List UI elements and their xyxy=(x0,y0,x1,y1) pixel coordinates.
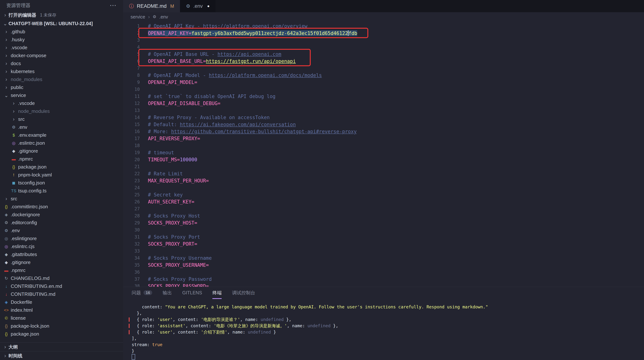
tab-readme[interactable]: ⓘ README.md M xyxy=(123,0,180,12)
tree-folder-.vscode[interactable]: ›.vscode xyxy=(0,99,123,107)
tree-folder-.github[interactable]: ›.github xyxy=(0,28,123,36)
line-number: 32 xyxy=(123,241,140,247)
line-text: API_REVERSE_PROXY= xyxy=(148,136,200,141)
html-icon: <> xyxy=(2,308,10,313)
tree-folder-docker-compose[interactable]: ›docker-compose xyxy=(0,52,123,59)
explorer-sidebar: 资源管理器 ⋯ › 打开的编辑器 1 未保存 ⌄ CHATGPT-WEB [WS… xyxy=(0,0,123,360)
panel-tab-gitlens[interactable]: GITLENS xyxy=(182,287,202,299)
line-text: SOCKS_PROXY_PASSWORD= xyxy=(148,283,209,287)
tree-item-label: CHANGELOG.md xyxy=(11,276,50,281)
tree-file-.env[interactable]: ⚙.env xyxy=(0,227,123,235)
code-token: # Socks Proxy Port xyxy=(148,234,200,240)
tree-file-license[interactable]: ©license xyxy=(0,314,123,322)
docker-whale-icon: ◈ xyxy=(2,212,10,217)
tree-folder-node_modules[interactable]: ›node_modules xyxy=(0,75,123,83)
tree-file-index.html[interactable]: <>index.html xyxy=(0,306,123,314)
code-line: 22# Rate Limit xyxy=(123,170,644,177)
tree-folder-node_modules[interactable]: ›node_modules xyxy=(0,107,123,115)
tree-file-tsconfig.json[interactable]: ◼tsconfig.json xyxy=(0,179,123,187)
tree-file-.env.example[interactable]: $.env.example xyxy=(0,131,123,139)
panel-tab-debug-console[interactable]: 调试控制台 xyxy=(232,287,255,299)
tree-folder-public[interactable]: ›public xyxy=(0,83,123,91)
open-editors-section[interactable]: › 打开的编辑器 1 未保存 xyxy=(0,11,123,19)
breadcrumb-file[interactable]: .env xyxy=(159,14,168,19)
code-token: # OpenAI API Model - xyxy=(148,72,209,78)
tree-item-label: Dockerfile xyxy=(11,299,32,305)
tree-folder-src[interactable]: ›src xyxy=(0,195,123,203)
line-number: 21 xyxy=(123,164,140,169)
tab-env[interactable]: ⚙ .env ● xyxy=(180,0,216,12)
tree-item-label: .eslintrc.cjs xyxy=(11,244,35,249)
code-line: 38SOCKS_PROXY_PASSWORD= xyxy=(123,283,644,287)
tree-file-CHANGELOG.md[interactable]: ↻CHANGELOG.md xyxy=(0,274,123,282)
terminal-token: 'user' xyxy=(157,330,172,335)
outline-section[interactable]: › 大纲 xyxy=(0,342,123,351)
breadcrumb-folder[interactable]: service xyxy=(130,14,145,19)
tree-folder-src[interactable]: ›src xyxy=(0,115,123,123)
outline-label: 大纲 xyxy=(8,344,18,350)
vscode-window: 资源管理器 ⋯ › 打开的编辑器 1 未保存 ⌄ CHATGPT-WEB [WS… xyxy=(0,0,644,360)
tree-file-.env[interactable]: ⚙.env xyxy=(0,123,123,131)
code-token: https://api.openai.com xyxy=(218,51,281,57)
tree-file-.gitattributes[interactable]: ◆.gitattributes xyxy=(0,251,123,258)
tree-folder-service[interactable]: ⌄service xyxy=(0,91,123,99)
code-token: # OpenAI API Key - xyxy=(148,23,203,29)
terminal-output[interactable]: content: "You are ChatGPT, a large langu… xyxy=(123,299,644,360)
tree-folder-.vscode[interactable]: ›.vscode xyxy=(0,44,123,52)
gear-icon: ⚙ xyxy=(2,228,10,233)
tree-file-.gitignore[interactable]: ◆.gitignore xyxy=(0,258,123,266)
code-token: fdb xyxy=(348,30,357,36)
panel-tab-terminal[interactable]: 终端 xyxy=(212,287,222,299)
terminal-line xyxy=(132,354,644,360)
tree-file-.eslintrc.json[interactable]: ◎.eslintrc.json xyxy=(0,139,123,147)
code-editor[interactable]: 1# OpenAI API Key - https://platform.ope… xyxy=(123,21,644,287)
timeline-section[interactable]: › 时间线 xyxy=(0,351,123,360)
line-text: # OpenAI API Model - https://platform.op… xyxy=(148,72,322,78)
tree-file-.eslintignore[interactable]: ◎.eslintignore xyxy=(0,235,123,243)
tree-file-.eslintrc.cjs[interactable]: ◎.eslintrc.cjs xyxy=(0,243,123,251)
tree-file-package-lock.json[interactable]: {}package-lock.json xyxy=(0,322,123,330)
code-token: # Secret key xyxy=(148,192,183,198)
tree-file-Dockerfile[interactable]: ◈Dockerfile xyxy=(0,298,123,306)
terminal-token: undefined xyxy=(248,330,271,335)
terminal-token: }, xyxy=(132,311,142,316)
tree-item-label: .eslintignore xyxy=(11,236,37,241)
code-line: 35SOCKS_PROXY_USERNAME= xyxy=(123,262,644,269)
more-actions-icon[interactable]: ⋯ xyxy=(110,1,117,9)
tree-file-.npmrc[interactable]: ▬.npmrc xyxy=(0,266,123,274)
workspace-section[interactable]: ⌄ CHATGPT-WEB [WSL: UBUNTU-22.04] xyxy=(0,19,123,28)
readme-icon: ⓘ xyxy=(129,3,134,9)
tree-file-package.json[interactable]: {}package.json xyxy=(0,163,123,171)
line-text: # More: https://github.com/transitive-bu… xyxy=(148,129,357,134)
panel-tab-problems[interactable]: 问题 16 xyxy=(132,287,152,299)
tree-file-package.json[interactable]: {}package.json xyxy=(0,330,123,338)
tree-file-.npmrc[interactable]: ▬.npmrc xyxy=(0,155,123,163)
tree-file-CONTRIBUTING.md[interactable]: ↓CONTRIBUTING.md xyxy=(0,290,123,298)
terminal-token: '电影的导演是谁？' xyxy=(201,317,240,322)
tree-folder-.husky[interactable]: ›.husky xyxy=(0,36,123,44)
tree-file-.gitignore[interactable]: ◆.gitignore xyxy=(0,147,123,155)
terminal-token: , name: xyxy=(228,330,248,335)
tree-file-.commitlintrc.json[interactable]: {}.commitlintrc.json xyxy=(0,203,123,211)
chevron-right-icon: › xyxy=(2,53,10,58)
tree-file-tsup.config.ts[interactable]: TStsup.config.ts xyxy=(0,187,123,195)
line-number: 20 xyxy=(123,157,140,162)
terminal-token: , name: xyxy=(240,317,261,322)
code-token: # Rate Limit xyxy=(148,171,183,176)
tree-item-label: node_modules xyxy=(11,77,42,82)
terminal-line: }, xyxy=(132,310,644,316)
terminal-token: { role: xyxy=(132,317,157,322)
json-braces-icon: {} xyxy=(2,204,10,209)
code-line: 14# Reverse Proxy - Available on accessT… xyxy=(123,114,644,121)
line-number: 2 xyxy=(123,30,140,36)
tree-folder-docs[interactable]: ›docs xyxy=(0,59,123,67)
tree-file-pnpm-lock.yaml[interactable]: !pnpm-lock.yaml xyxy=(0,171,123,179)
tree-folder-kubernetes[interactable]: ›kubernetes xyxy=(0,67,123,75)
tree-file-.dockerignore[interactable]: ◈.dockerignore xyxy=(0,211,123,219)
panel-tab-label: GITLENS xyxy=(182,290,202,296)
tree-file-.editorconfig[interactable]: ⚙.editorconfig xyxy=(0,219,123,227)
panel-tab-output[interactable]: 输出 xyxy=(162,287,172,299)
chevron-right-icon: › xyxy=(2,84,10,90)
tree-file-CONTRIBUTING.en.md[interactable]: ↓CONTRIBUTING.en.md xyxy=(0,282,123,290)
line-number: 35 xyxy=(123,263,140,268)
